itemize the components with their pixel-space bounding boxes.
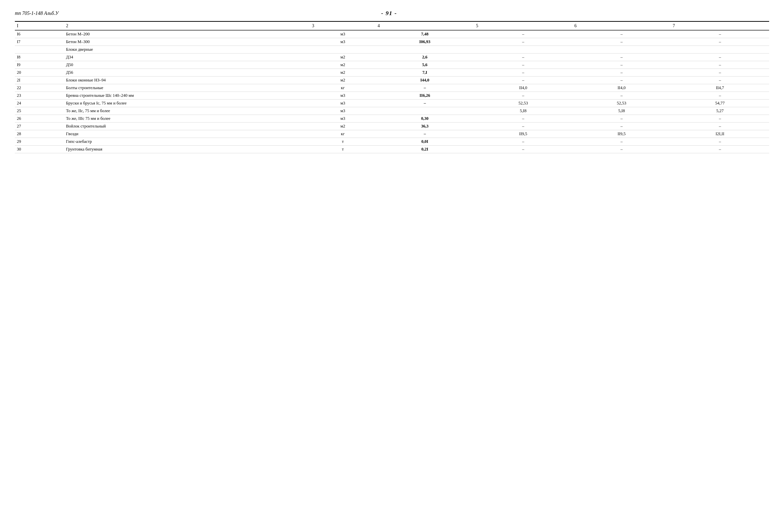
cell-10-6: 5,27 — [671, 107, 769, 115]
cell-11-6: – — [671, 115, 769, 122]
cell-15-4: – — [474, 146, 572, 153]
cell-11-0: 26 — [15, 115, 64, 122]
cell-4-0: I9 — [15, 61, 64, 69]
cell-8-0: 23 — [15, 92, 64, 99]
cell-6-6: – — [671, 77, 769, 84]
cell-15-2: т — [310, 146, 376, 153]
col-header-7: 7 — [671, 22, 769, 30]
cell-14-6: – — [671, 138, 769, 146]
table-row: I6Бетон М–200м37,48––– — [15, 30, 769, 38]
cell-13-6: I2I,II — [671, 130, 769, 138]
cell-11-4: – — [474, 115, 572, 122]
cell-3-3: 2,6 — [375, 54, 474, 61]
cell-14-2: т — [310, 138, 376, 146]
cell-7-4: II4,0 — [474, 84, 572, 92]
table-row: 24Бруски и брусья Ic, 75 мм и болеем3–52… — [15, 99, 769, 107]
table-row: 29Гипс-алебастрт0,0I––– — [15, 138, 769, 146]
cell-0-5: – — [572, 30, 671, 38]
cell-9-3: – — [375, 99, 474, 107]
cell-10-4: 5,I8 — [474, 107, 572, 115]
cell-1-1: Бетон М–300 — [64, 38, 310, 46]
cell-2-6 — [671, 46, 769, 54]
cell-5-5: – — [572, 69, 671, 77]
materials-table: I 2 3 4 5 6 7 I6Бетон М–200м37,48–––I7Бе… — [15, 21, 769, 153]
cell-10-2: м3 — [310, 107, 376, 115]
cell-8-6: – — [671, 92, 769, 99]
table-row: 26То же, IIIс 75 мм и болеем30,30––– — [15, 115, 769, 122]
cell-4-6: – — [671, 61, 769, 69]
table-row: 28Гвоздикг–II9,5II9,5I2I,II — [15, 130, 769, 138]
table-row: 20Д56м27,I––– — [15, 69, 769, 77]
cell-5-3: 7,I — [375, 69, 474, 77]
cell-6-3: I44,0 — [375, 77, 474, 84]
cell-5-2: м2 — [310, 69, 376, 77]
cell-2-5 — [572, 46, 671, 54]
cell-5-1: Д56 — [64, 69, 310, 77]
cell-7-6: II4,7 — [671, 84, 769, 92]
cell-13-1: Гвозди — [64, 130, 310, 138]
table-body: I6Бетон М–200м37,48–––I7Бетон М–300м3I06… — [15, 30, 769, 153]
cell-10-3 — [375, 107, 474, 115]
col-header-3: 3 — [310, 22, 376, 30]
page-number: - 91 - — [381, 10, 397, 17]
cell-0-1: Бетон М–200 — [64, 30, 310, 38]
cell-15-1: Грунтовка битумная — [64, 146, 310, 153]
col-header-1: I — [15, 22, 64, 30]
cell-11-1: То же, IIIс 75 мм и более — [64, 115, 310, 122]
cell-12-0: 27 — [15, 122, 64, 130]
cell-3-5: – — [572, 54, 671, 61]
cell-6-4: – — [474, 77, 572, 84]
cell-9-0: 24 — [15, 99, 64, 107]
cell-4-3: 5,6 — [375, 61, 474, 69]
cell-12-4: – — [474, 122, 572, 130]
cell-2-4 — [474, 46, 572, 54]
cell-13-5: II9,5 — [572, 130, 671, 138]
cell-12-6: – — [671, 122, 769, 130]
cell-11-3: 0,30 — [375, 115, 474, 122]
cell-13-4: II9,5 — [474, 130, 572, 138]
cell-6-0: 2I — [15, 77, 64, 84]
cell-13-2: кг — [310, 130, 376, 138]
cell-11-5: – — [572, 115, 671, 122]
cell-12-5: – — [572, 122, 671, 130]
cell-7-0: 22 — [15, 84, 64, 92]
cell-8-5: – — [572, 92, 671, 99]
cell-5-0: 20 — [15, 69, 64, 77]
cell-12-2: м2 — [310, 122, 376, 130]
cell-1-0: I7 — [15, 38, 64, 46]
cell-14-3: 0,0I — [375, 138, 474, 146]
cell-9-4: 52,53 — [474, 99, 572, 107]
cell-14-1: Гипс-алебастр — [64, 138, 310, 146]
cell-0-3: 7,48 — [375, 30, 474, 38]
cell-9-2: м3 — [310, 99, 376, 107]
cell-4-1: Д50 — [64, 61, 310, 69]
cell-6-5: – — [572, 77, 671, 84]
page-header: тп 705-1-148 Альб.У - 91 - — [15, 10, 769, 17]
cell-14-5: – — [572, 138, 671, 146]
cell-2-1: Блоки дверные — [64, 46, 310, 54]
table-header-row: I 2 3 4 5 6 7 — [15, 22, 769, 30]
cell-10-0: 25 — [15, 107, 64, 115]
cell-14-0: 29 — [15, 138, 64, 146]
cell-7-5: II4,0 — [572, 84, 671, 92]
cell-15-5: – — [572, 146, 671, 153]
cell-7-1: Болты строительные — [64, 84, 310, 92]
cell-1-2: м3 — [310, 38, 376, 46]
cell-8-2: м3 — [310, 92, 376, 99]
cell-0-0: I6 — [15, 30, 64, 38]
cell-4-2: м2 — [310, 61, 376, 69]
cell-3-2: м2 — [310, 54, 376, 61]
cell-0-2: м3 — [310, 30, 376, 38]
table-row: Блоки дверные — [15, 46, 769, 54]
cell-14-4: – — [474, 138, 572, 146]
table-row: I8Д34м22,6––– — [15, 54, 769, 61]
cell-11-2: м3 — [310, 115, 376, 122]
cell-1-3: I06,93 — [375, 38, 474, 46]
cell-3-4: – — [474, 54, 572, 61]
table-row: I9Д50м25,6––– — [15, 61, 769, 69]
table-row: 27Войлок строительныйм236,3––– — [15, 122, 769, 130]
table-row: 25То же, IIс, 75 мм и болеем35,I85,I85,2… — [15, 107, 769, 115]
cell-7-3: – — [375, 84, 474, 92]
cell-13-0: 28 — [15, 130, 64, 138]
cell-6-1: Блоки оконные НЗ–94 — [64, 77, 310, 84]
